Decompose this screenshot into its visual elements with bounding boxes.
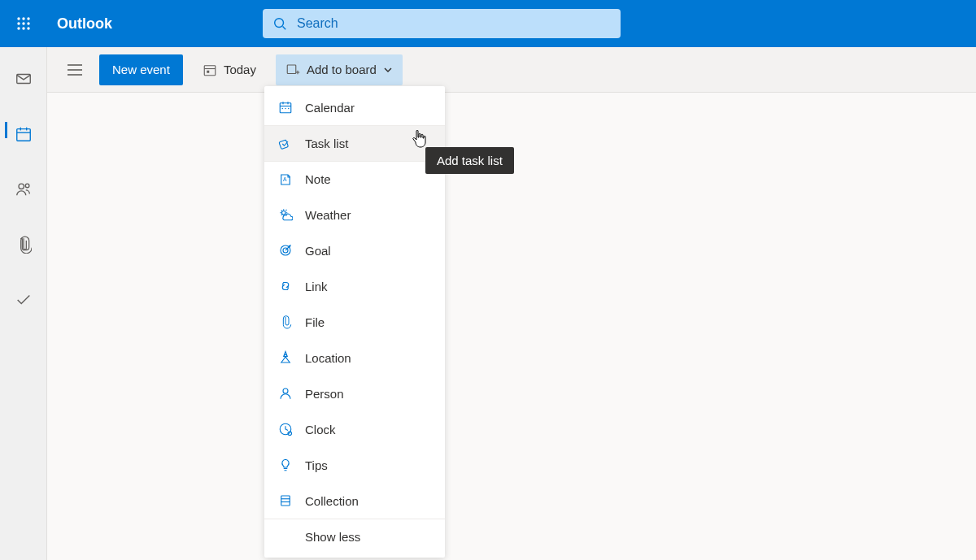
svg-point-17 [25, 184, 29, 188]
svg-point-40 [283, 389, 288, 393]
menu-item-location[interactable]: Location [264, 340, 445, 376]
add-board-icon [285, 63, 300, 77]
menu-item-calendar[interactable]: Calendar [264, 89, 445, 125]
menu-item-note[interactable]: A Note [264, 161, 445, 197]
waffle-icon [16, 16, 31, 31]
rail-calendar[interactable] [4, 120, 43, 148]
show-less-label: Show less [305, 530, 360, 544]
svg-point-3 [17, 22, 20, 24]
svg-point-8 [27, 27, 29, 29]
command-bar: New event Today Add to board [47, 47, 976, 93]
svg-rect-43 [281, 496, 290, 506]
calendar-today-icon [203, 63, 217, 77]
svg-point-2 [27, 17, 29, 20]
menu-item-goal[interactable]: Goal [264, 232, 445, 268]
search-icon [272, 16, 287, 31]
svg-point-6 [17, 27, 20, 29]
app-launcher-button[interactable] [0, 0, 47, 47]
svg-point-9 [275, 19, 284, 28]
svg-point-16 [19, 184, 24, 189]
svg-line-10 [283, 27, 286, 30]
add-to-board-menu: Calendar Task list A Note Weather Goal L… [264, 86, 445, 558]
rail-files[interactable] [4, 231, 43, 258]
calendar-icon [277, 99, 294, 115]
svg-rect-11 [16, 75, 30, 84]
add-to-board-button[interactable]: Add to board [276, 54, 403, 85]
menu-show-less[interactable]: Show less [264, 519, 445, 554]
new-event-button[interactable]: New event [99, 54, 183, 85]
rail-mail[interactable] [4, 65, 43, 93]
collection-icon [277, 493, 294, 509]
link-icon [277, 278, 294, 294]
note-icon: A [277, 171, 294, 188]
menu-label: Location [305, 351, 351, 365]
menu-label: Tips [305, 458, 328, 472]
svg-rect-12 [16, 129, 30, 141]
target-icon [277, 242, 294, 258]
menu-label: Note [305, 172, 331, 186]
svg-point-36 [282, 211, 286, 215]
svg-rect-23 [207, 70, 209, 72]
checkmark-icon [15, 291, 33, 309]
svg-rect-24 [287, 65, 296, 74]
chevron-down-icon [383, 65, 393, 75]
calendar-icon [15, 125, 33, 143]
menu-label: Clock [305, 423, 336, 436]
menu-item-tips[interactable]: Tips [264, 447, 445, 483]
person-icon [277, 385, 294, 402]
menu-label: Goal [305, 244, 331, 258]
menu-label: Calendar [305, 101, 355, 115]
menu-item-weather[interactable]: Weather [264, 197, 445, 232]
svg-point-7 [22, 27, 24, 29]
rail-todo[interactable] [4, 286, 43, 314]
people-icon [15, 180, 33, 198]
menu-item-clock[interactable]: Clock [264, 411, 445, 447]
svg-text:A: A [283, 176, 287, 182]
search-input[interactable] [297, 16, 611, 31]
paperclip-icon [15, 236, 32, 254]
svg-point-5 [27, 22, 29, 24]
menu-label: File [305, 315, 325, 329]
mail-icon [15, 70, 33, 88]
lightbulb-icon [277, 457, 294, 473]
svg-rect-21 [204, 65, 216, 75]
menu-label: Person [305, 387, 344, 401]
add-to-board-label: Add to board [307, 63, 377, 76]
today-label: Today [224, 63, 256, 76]
weather-icon [277, 206, 294, 223]
tooltip: Add task list [425, 147, 514, 174]
menu-item-task-list[interactable]: Task list [264, 125, 445, 161]
menu-label: Task list [305, 137, 348, 150]
menu-label: Link [305, 280, 328, 293]
search-box[interactable] [263, 9, 621, 38]
app-title: Outlook [57, 15, 112, 33]
hamburger-icon [67, 63, 83, 76]
rail-people[interactable] [4, 176, 43, 203]
hamburger-button[interactable] [60, 55, 89, 85]
menu-label: Weather [305, 208, 351, 222]
svg-point-0 [17, 17, 20, 20]
clock-icon [277, 421, 294, 437]
paperclip-icon [277, 314, 294, 330]
app-header: Outlook [0, 0, 976, 47]
menu-item-collection[interactable]: Collection [264, 483, 445, 519]
checkmark-icon [277, 136, 294, 152]
menu-item-person[interactable]: Person [264, 376, 445, 411]
today-button[interactable]: Today [193, 54, 266, 85]
menu-item-link[interactable]: Link [264, 268, 445, 304]
svg-point-4 [22, 22, 24, 24]
menu-item-file[interactable]: File [264, 304, 445, 340]
location-icon [277, 349, 294, 366]
svg-point-1 [22, 17, 24, 20]
left-rail [0, 47, 47, 560]
menu-label: Collection [305, 494, 359, 508]
